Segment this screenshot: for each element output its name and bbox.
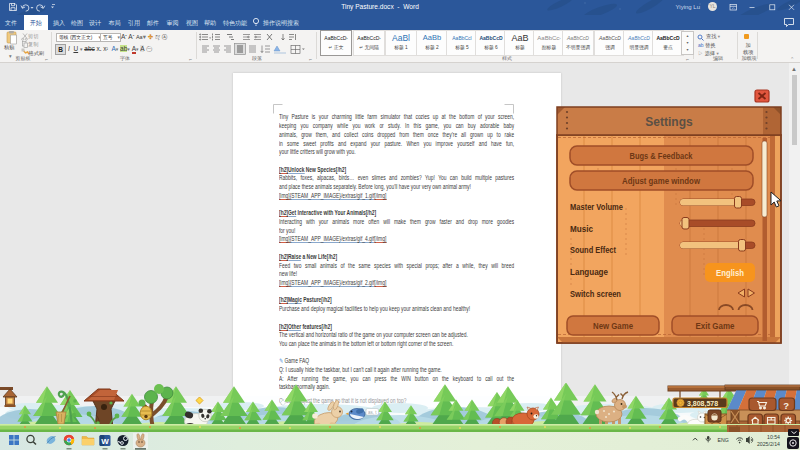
svg-text:Master Volume: Master Volume	[570, 202, 623, 212]
svg-text:ENG: ENG	[718, 437, 729, 443]
svg-text:Switch screen: Switch screen	[570, 289, 621, 299]
svg-text:10:54: 10:54	[767, 434, 780, 440]
svg-text:Settings: Settings	[645, 115, 693, 129]
svg-text:New Game: New Game	[593, 321, 633, 331]
svg-text:2025/2/14: 2025/2/14	[757, 441, 780, 447]
svg-text:Bugs & Feedback: Bugs & Feedback	[630, 151, 693, 161]
svg-text:Sound Effect: Sound Effect	[570, 245, 616, 255]
svg-text:English: English	[716, 268, 744, 278]
svg-text:?: ?	[783, 400, 789, 411]
svg-text:Language: Language	[570, 267, 608, 277]
svg-text:Exit Game: Exit Game	[696, 321, 735, 331]
svg-text:Adjust game window: Adjust game window	[622, 176, 700, 186]
svg-text:as, t: as, t	[368, 410, 377, 415]
svg-text:W: W	[101, 437, 109, 446]
svg-text:Music: Music	[570, 224, 593, 234]
svg-text:3,808,578: 3,808,578	[687, 400, 718, 408]
